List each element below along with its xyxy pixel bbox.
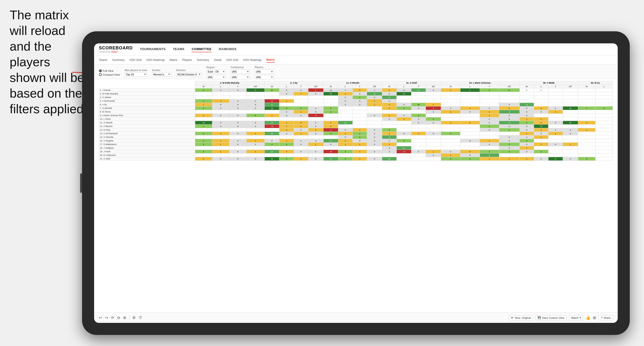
matrix-cell: 0 — [480, 117, 499, 121]
players-select[interactable]: (All) — [255, 69, 274, 74]
matrix-cell: 1 — [212, 143, 229, 146]
matrix-cell: 0 — [229, 139, 246, 143]
matrix-cell: 2 — [460, 157, 480, 161]
full-view-radio[interactable] — [99, 69, 102, 72]
sub-nav-h2h-heatmap2[interactable]: H2H Heatmap — [243, 58, 261, 62]
sub-nav-matrix1[interactable]: Matrix — [170, 58, 178, 62]
matrix-cell: 3 — [195, 150, 212, 154]
matrix-cell: 4 — [578, 121, 595, 125]
matrix-cell — [595, 135, 613, 139]
sub-nav-matrix2[interactable]: Matrix — [266, 57, 275, 63]
matrix-cell — [595, 110, 613, 114]
players-sub-select[interactable]: (All) — [255, 75, 274, 79]
matrix-cell: 0 — [229, 150, 246, 154]
matrix-cell — [595, 150, 613, 154]
matrix-cell: 7 — [294, 92, 308, 96]
zoom-in-icon[interactable]: ⊕ — [123, 315, 126, 320]
conference-select[interactable]: (All) — [231, 69, 250, 74]
matrix-cell — [264, 117, 279, 121]
matrix-cell — [412, 154, 426, 157]
matrix-cell — [382, 121, 397, 125]
matrix-cell: 2 — [499, 150, 520, 154]
matrix-cell — [563, 117, 578, 121]
gender-select[interactable]: Women's — [152, 72, 171, 77]
compact-view-option[interactable]: Compact View — [99, 73, 120, 76]
compact-view-radio[interactable] — [99, 73, 102, 76]
nav-committee[interactable]: COMMITTEE — [192, 46, 212, 52]
matrix-cell — [264, 96, 279, 99]
matrix-cell: 2 — [352, 135, 367, 139]
sub-nav-h2h-heatmap1[interactable]: H2H Heatmap — [146, 58, 165, 62]
zoom-out-icon[interactable]: ⊖ — [117, 315, 120, 320]
full-view-option[interactable]: Full View — [99, 69, 120, 72]
settings-icon[interactable]: ⚙ — [132, 315, 136, 320]
sub-nav-h2h-grid1[interactable]: H2H Grid — [130, 58, 142, 62]
matrix-cell: -13 — [396, 150, 411, 154]
matrix-cell: 0 — [229, 157, 246, 161]
matrix-cell: 3 — [195, 107, 212, 110]
clock-icon[interactable]: ⏱ — [138, 316, 142, 320]
watch-btn[interactable]: Watch ▾ — [569, 315, 583, 320]
matrix-cell: 1 — [308, 143, 323, 146]
matrix-cell — [412, 143, 426, 146]
matrix-cell — [460, 114, 480, 117]
grid-icon[interactable]: ⊞ — [593, 315, 596, 320]
sub-nav-summary2[interactable]: Summary — [197, 58, 209, 62]
matrix-cell: 0 — [499, 103, 520, 107]
matrix-cell: 0 — [520, 114, 534, 117]
matrix-cell: 2 — [441, 157, 460, 161]
sub-nav-players[interactable]: Players — [182, 58, 192, 62]
view-original-btn[interactable]: 👁 View: Original — [509, 315, 533, 320]
refresh-icon[interactable]: ⟳ — [111, 315, 114, 320]
matrix-cell: 11 — [323, 139, 338, 143]
player-name-cell: 18. J Hodgson — [99, 146, 195, 150]
matrix-cell — [229, 154, 246, 157]
matrix-cell: 1 — [441, 154, 460, 157]
nav-items: TOURNAMENTS TEAMS COMMITTEE RANKINGS — [140, 46, 236, 52]
matrix-cell — [460, 117, 480, 121]
matrix-cell — [548, 96, 563, 99]
matrix-cell: 1 — [480, 114, 499, 117]
sub-nav-summary1[interactable]: Summary — [112, 58, 124, 62]
matrix-cell: 1 — [520, 157, 534, 161]
matrix-cell: 1 — [246, 139, 264, 143]
division-select[interactable]: NCAA Division II — [176, 72, 202, 77]
matrix-cell — [367, 107, 382, 110]
region-sub-select[interactable]: (All) — [206, 75, 226, 79]
view-original-label: View: Original — [514, 316, 531, 319]
max-players-select[interactable]: Top 25 — [125, 72, 147, 77]
nav-rankings[interactable]: RANKINGS — [219, 46, 236, 52]
player-name-cell: 5. A Nomrowski — [99, 99, 195, 103]
share-btn[interactable]: ↗ Share — [598, 315, 613, 320]
matrix-cell: 3 — [280, 88, 294, 92]
matrix-cell — [563, 135, 578, 139]
region-select[interactable]: East - DII — [206, 69, 226, 74]
matrix-cell — [563, 139, 578, 143]
matrix-cell — [396, 157, 411, 161]
nav-teams[interactable]: TEAMS — [173, 46, 184, 52]
matrix-area[interactable]: 2. M Kelly Mulcahy 6. A Dy 11. G Woods 2… — [94, 79, 618, 312]
thumbs-icon[interactable]: 👍 — [586, 315, 590, 320]
sub-nav-detail[interactable]: Detail — [214, 58, 222, 62]
matrix-cell: 5 — [264, 143, 279, 146]
matrix-cell — [595, 125, 613, 128]
sub-nav-teams[interactable]: Teams — [99, 58, 107, 62]
matrix-cell — [578, 125, 595, 128]
matrix-cell — [441, 135, 460, 139]
undo-icon[interactable]: ↩ — [99, 315, 102, 320]
redo-icon[interactable]: ↪ — [105, 315, 108, 320]
matrix-cell: 2 — [352, 132, 367, 135]
save-custom-btn[interactable]: 💾 Save Custom View — [536, 315, 566, 320]
matrix-cell — [426, 92, 441, 96]
conference-sub-select[interactable]: (All) — [231, 75, 250, 79]
matrix-cell — [338, 146, 353, 150]
conference-label: Conference — [231, 66, 250, 69]
col-header-5: 23. L Marie Schumac. — [441, 81, 520, 85]
matrix-cell — [563, 146, 578, 150]
col-header-2: 6. A Dy — [264, 81, 323, 85]
matrix-cell — [264, 146, 279, 150]
sub-nav-h2h-grid2[interactable]: H2H Grid — [226, 58, 238, 62]
matrix-cell: 17 — [382, 96, 397, 99]
nav-tournaments[interactable]: TOURNAMENTS — [140, 46, 166, 52]
matrix-cell: 3 — [195, 143, 212, 146]
